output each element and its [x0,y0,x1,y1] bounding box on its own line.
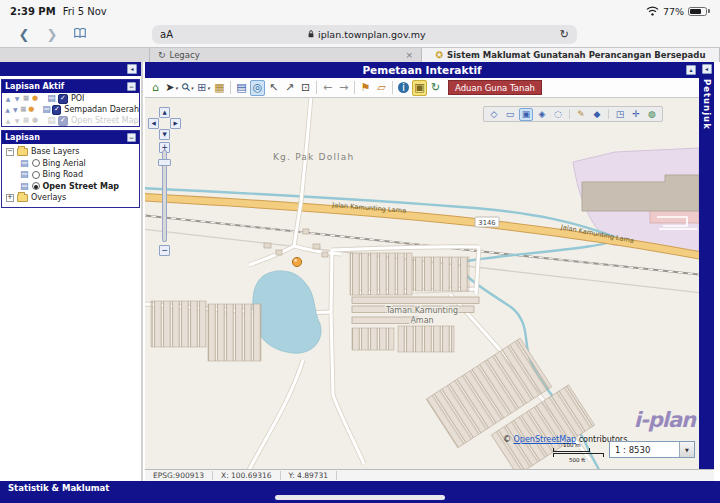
home-button[interactable]: ⌂ [148,80,163,96]
pan-down-button[interactable]: ▼ [159,129,170,140]
active-layer-row-osm[interactable]: ▲ ▼ ▦ ● ▤ ✓ Open Street Map [2,115,139,126]
identify-icon: ▣ [414,82,424,93]
zoom-previous-button[interactable]: ↖ [266,80,281,96]
page-title: Pemetaan Interaktif [362,64,481,76]
export-map-button[interactable]: ▦ [212,80,227,96]
zoom-slider-handle[interactable] [158,159,171,166]
forward-button[interactable]: ❯ [38,27,66,42]
remove-layer-icon[interactable]: ● [28,106,35,113]
panel-collapse-button[interactable]: − [127,82,136,91]
tab-sistem-maklumat[interactable]: ✪ Sistem Maklumat Gunatanah Perancangan … [422,48,720,62]
select-by-rectangle-button[interactable]: ▭ [503,108,517,121]
layers-button[interactable]: ▤ [234,80,249,96]
tree-item-bing-aerial[interactable]: ▤ Bing Aerial [2,158,139,170]
edit-button[interactable]: ◆ [590,108,604,121]
move-down-icon[interactable]: ▼ [12,107,19,113]
zoom-out-button[interactable]: − [159,245,170,256]
opacity-icon[interactable]: ▦ [22,95,30,102]
move-up-icon[interactable]: ▲ [4,118,12,124]
legacy-tab-icon: ↻ [158,50,166,60]
layer-checkbox[interactable]: ✓ [58,94,68,104]
zoom-window-button[interactable]: ◳ [613,108,627,121]
grid-icon: ⊞ [197,82,206,93]
bookmarks-button[interactable] [66,27,94,42]
opacity-icon[interactable]: ▦ [22,117,30,124]
map-canvas[interactable]: Kg. Pak Dollah Jalan Kamunting Lama Jala… [145,98,699,469]
full-extent-button[interactable]: ⊡ [298,80,313,96]
base-layer-radio[interactable] [32,159,40,167]
active-layer-row-poi[interactable]: ▲ ▼ ▦ ● ▤ ✓ POI [2,93,139,104]
remove-layer-icon[interactable]: ● [31,95,39,102]
back-button[interactable]: ❮ [10,27,38,42]
move-up-icon[interactable]: ▲ [4,96,12,102]
expand-node-icon[interactable]: + [6,194,14,202]
measure-distance-button[interactable]: ⚑ [358,80,373,96]
sidebar-collapse-button[interactable]: ◂ [127,64,137,74]
tree-item-open-street-map[interactable]: ▤ Open Street Map [2,181,139,193]
history-back-button[interactable]: ← [320,80,335,96]
base-layer-radio-selected[interactable] [32,182,40,190]
clear-selection-icon: ◌ [554,110,562,119]
reader-button[interactable]: aA [160,29,173,40]
pan-left-button[interactable]: ◀ [148,118,159,129]
date: Fri 5 Nov [63,6,107,17]
draw-button[interactable]: ✎ [574,108,588,121]
titlebar-collapse-button[interactable]: ▴ [686,65,696,75]
tree-group-overlays[interactable]: + Overlays [2,192,139,204]
layer-table-icon: ▤ [20,182,29,191]
pointer-tools-button[interactable]: ➤▾ [164,80,179,96]
petunjuk-panel-tab[interactable]: ◂ Petunjuk [699,62,714,469]
address-bar[interactable]: aA iplan.townplan.gov.my ↻ [152,25,577,44]
y-coordinate: Y: 4.89731 [281,471,338,480]
sidebar: ◂ Lapisan Aktif − ▲ ▼ ▦ ● ▤ ✓ POI ▲ ▼ ▦ … [0,62,143,481]
map-viewport[interactable]: Kg. Pak Dollah Jalan Kamunting Lama Jala… [145,98,699,469]
layer-table-icon[interactable]: ▤ [46,94,57,103]
scale-select[interactable]: 1 : 8530 ▼ [609,441,695,458]
petunjuk-collapse-button[interactable]: ◂ [702,64,712,74]
collapse-node-icon[interactable]: − [6,148,14,156]
info-button[interactable]: i [396,80,411,96]
move-up-icon[interactable]: ▲ [4,107,11,113]
base-layer-radio[interactable] [32,171,40,179]
history-forward-button[interactable]: → [336,80,351,96]
wifi-icon [646,6,659,16]
reload-button[interactable]: ↻ [560,28,569,41]
statistik-bar[interactable]: Statistik & Maklumat [0,481,720,503]
home-indicator[interactable] [275,495,445,500]
tree-group-base-layers[interactable]: − Base Layers [2,146,139,158]
refresh-button[interactable]: ↻ [428,80,443,96]
battery-icon [688,7,707,16]
zoom-tools-button[interactable]: ⚲▾ [180,80,195,96]
zoom-next-button[interactable]: ↗ [282,80,297,96]
aduan-guna-tanah-button[interactable]: Aduan Guna Tanah [448,80,542,95]
move-down-icon[interactable]: ▼ [13,96,21,102]
identify-button[interactable]: ▣ [412,80,427,96]
select-by-polygon-button[interactable]: ▣ [519,108,533,121]
remove-layer-icon[interactable]: ● [31,117,39,124]
pan-up-button[interactable]: ▲ [159,107,170,118]
default-extent-button[interactable]: ◍ [645,108,659,121]
pan-tool-button[interactable]: ✛ [629,108,643,121]
layer-checkbox[interactable]: ✓ [52,105,61,115]
layer-checkbox[interactable]: ✓ [58,116,68,126]
opacity-icon[interactable]: ▦ [20,106,27,113]
layer-table-icon[interactable]: ▤ [42,105,52,114]
magnifier-icon: ⚲ [179,81,192,94]
layer-table-icon[interactable]: ▤ [46,116,57,125]
active-layer-row-sempadan[interactable]: ▲ ▼ ▦ ● ▤ ✓ Sempadan Daerah [2,104,139,115]
panel-collapse-button[interactable]: − [127,133,136,142]
grid-tools-button[interactable]: ⊞▾ [196,80,211,96]
select-by-point-button[interactable]: ◇ [487,108,501,121]
move-down-icon[interactable]: ▼ [13,118,21,124]
layer-tree: − Base Layers ▤ Bing Aerial ▤ Bing Road … [2,144,139,207]
poi-marker[interactable] [292,257,301,266]
measure-area-button[interactable]: ▱ [374,80,389,96]
pan-right-button[interactable]: ▶ [170,118,181,129]
tab-legacy[interactable]: ↻ Legacy × [150,48,422,62]
scale-dropdown-button[interactable]: ▼ [679,442,694,457]
tree-item-bing-road[interactable]: ▤ Bing Road [2,169,139,181]
pan-button[interactable]: ◎ [250,80,265,96]
select-by-freehand-button[interactable]: ◈ [535,108,549,121]
close-tab-icon[interactable]: × [405,50,413,60]
clear-selection-button[interactable]: ◌ [551,108,565,121]
